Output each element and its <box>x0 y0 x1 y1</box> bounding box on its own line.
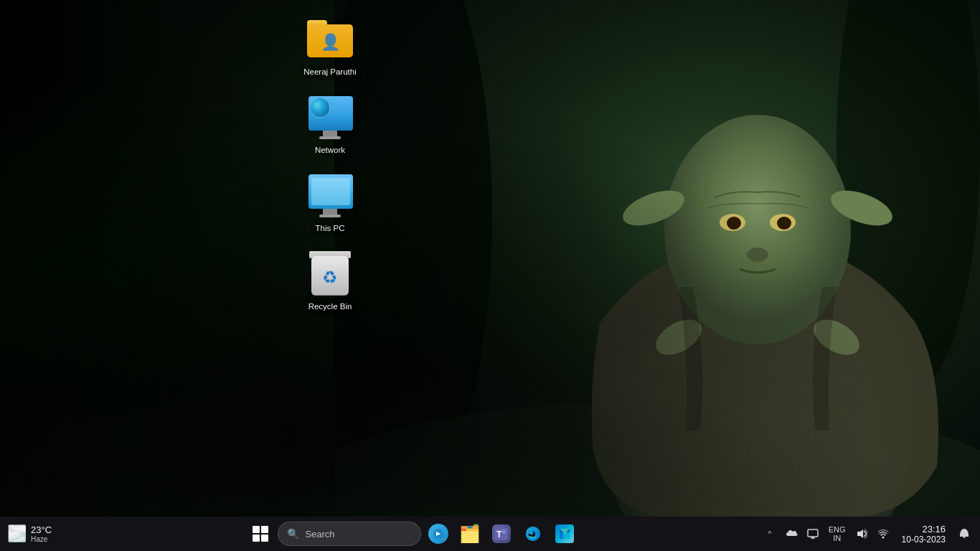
icon-label-neeraj: Neeraj Paruthi <box>301 66 359 78</box>
desktop: 👤 Neeraj Paruthi Network <box>0 0 980 551</box>
language-indicator[interactable]: ENG IN <box>824 525 850 542</box>
svg-text:T: T <box>496 529 502 540</box>
taskbar-app-store[interactable] <box>550 519 579 548</box>
svg-point-12 <box>747 248 768 262</box>
recycle-bin-icon: ♻ <box>306 249 354 298</box>
wallpaper-yoda <box>334 0 980 517</box>
tray-volume[interactable] <box>852 521 872 547</box>
folder-icon: 👤 <box>306 14 354 63</box>
store-icon <box>555 524 574 543</box>
file-explorer-icon: 🗂️ <box>459 524 481 544</box>
tray-chevron-up[interactable]: ^ <box>760 521 780 547</box>
weather-info: 23°C Haze <box>31 524 52 543</box>
tray-network-wifi[interactable] <box>873 521 893 547</box>
windows-logo <box>253 526 268 542</box>
tray-notifications[interactable] <box>954 521 974 547</box>
weather-temp: 23°C <box>31 524 52 535</box>
weather-desc: Haze <box>31 535 52 543</box>
taskbar-center: 🔍 Search 🗂️ T <box>72 519 754 548</box>
svg-point-17 <box>501 529 506 534</box>
lang-text: ENG <box>829 525 846 534</box>
tray-display[interactable] <box>803 521 823 547</box>
bg-trees-left <box>0 0 215 517</box>
taskbar: 🌫️ 23°C Haze 🔍 Search <box>0 517 980 551</box>
clock-time: 23:16 <box>922 524 946 534</box>
system-tray: ^ ENG IN <box>754 521 980 547</box>
svg-rect-19 <box>808 529 818 537</box>
svg-point-22 <box>882 537 884 539</box>
network-icon <box>306 93 354 141</box>
weather-widget[interactable]: 🌫️ 23°C Haze <box>0 524 72 543</box>
taskbar-app-edge[interactable] <box>519 519 547 548</box>
clock-date: 10-03-2023 <box>902 534 946 545</box>
search-label: Search <box>305 529 334 540</box>
icon-neeraj-paruthi[interactable]: 👤 Neeraj Paruthi <box>301 14 359 78</box>
icon-label-recycle: Recycle Bin <box>306 301 354 313</box>
teams-icon: T <box>492 524 511 543</box>
icon-this-pc[interactable]: This PC <box>301 171 359 235</box>
tray-onedrive[interactable] <box>781 521 801 547</box>
weather-icon: 🌫️ <box>7 524 27 543</box>
icon-label-thispc: This PC <box>314 222 347 235</box>
taskbar-app-teams[interactable]: T <box>487 519 516 548</box>
region-text: IN <box>833 534 841 542</box>
desktop-icons: 👤 Neeraj Paruthi Network <box>301 14 359 313</box>
start-button[interactable] <box>246 519 275 548</box>
taskbar-app-explorer[interactable]: 🗂️ <box>456 519 484 548</box>
svg-point-10 <box>727 217 741 230</box>
search-bar[interactable]: 🔍 Search <box>278 522 421 546</box>
icon-recycle-bin[interactable]: ♻ Recycle Bin <box>301 249 359 313</box>
computer-icon <box>306 171 354 220</box>
svg-point-11 <box>777 217 791 230</box>
search-icon: 🔍 <box>287 528 299 540</box>
edge-icon <box>524 524 542 543</box>
taskbar-app-winamp[interactable] <box>424 519 453 548</box>
icon-label-network: Network <box>313 144 347 156</box>
winamp-icon <box>428 524 448 544</box>
icon-network[interactable]: Network <box>301 93 359 156</box>
clock-area[interactable]: 23:16 10-03-2023 <box>895 524 953 545</box>
